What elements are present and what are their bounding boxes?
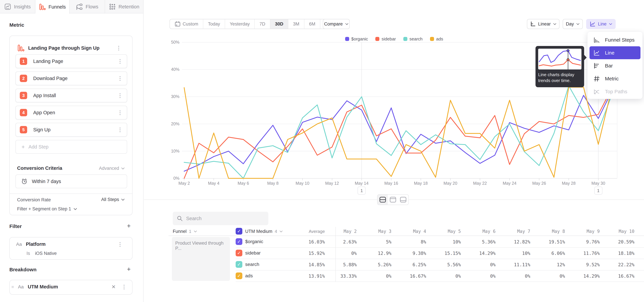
date-column-header[interactable]: May 8 bbox=[533, 229, 565, 234]
range-3m[interactable]: 3M bbox=[288, 19, 304, 29]
row-checkbox-organic[interactable]: ✓ bbox=[236, 238, 242, 245]
date-column-header[interactable]: May 3 bbox=[360, 229, 392, 234]
chevron-down-icon bbox=[345, 23, 348, 25]
search-icon bbox=[177, 216, 183, 222]
range-6m[interactable]: 6M bbox=[304, 19, 320, 29]
funnel-title-row[interactable]: Landing Page through Sign Up ⋮ bbox=[17, 44, 126, 52]
compare-button[interactable]: Compare bbox=[323, 19, 350, 29]
range-label: Custom bbox=[183, 22, 198, 27]
date-column-header[interactable]: May 6 bbox=[464, 229, 496, 234]
legend-item-ads[interactable]: ads bbox=[430, 36, 443, 42]
chevron-down-icon bbox=[280, 230, 283, 232]
legend-item-organic[interactable]: $organic bbox=[345, 36, 368, 42]
x-axis-label: May 14 bbox=[348, 181, 375, 186]
menu-item-top-paths[interactable]: Top Paths bbox=[588, 85, 642, 98]
funnel-step-row[interactable]: 5 Sign Up ⋮ bbox=[16, 123, 127, 136]
range-7d[interactable]: 7D bbox=[255, 19, 270, 29]
tab-funnels[interactable]: Funnels bbox=[36, 0, 70, 14]
date-column-header[interactable]: May 5 bbox=[429, 229, 461, 234]
chevron-down-icon bbox=[553, 23, 556, 25]
series-line-organic[interactable] bbox=[184, 88, 613, 171]
funnel-name-cell[interactable]: Product Viewed through P... bbox=[172, 237, 230, 281]
bottom-view-icon bbox=[400, 196, 407, 203]
date-column-header[interactable]: May 4 bbox=[394, 229, 426, 234]
filter-options-button[interactable]: ⋮ bbox=[118, 242, 123, 247]
remove-breakdown-icon[interactable]: ✕ bbox=[112, 284, 116, 290]
table-value: 10% bbox=[429, 239, 461, 244]
step-options-button[interactable]: ⋮ bbox=[118, 110, 123, 115]
menu-item-line[interactable]: Line bbox=[590, 46, 640, 59]
row-checkbox-ads[interactable]: ✓ bbox=[236, 272, 242, 279]
add-breakdown-button[interactable]: + bbox=[126, 266, 132, 272]
average-column-header[interactable]: Average bbox=[286, 229, 325, 234]
advanced-dropdown[interactable]: Advanced bbox=[99, 166, 125, 171]
range-label: Yesterday bbox=[230, 22, 250, 27]
menu-item-funnel-steps[interactable]: Funnel Steps bbox=[588, 34, 642, 46]
search-input[interactable] bbox=[186, 216, 260, 221]
conversion-window-row[interactable]: Within 7 days bbox=[16, 174, 127, 188]
row-divider bbox=[236, 247, 644, 248]
bar-chart-icon bbox=[593, 62, 600, 69]
annotation-badge[interactable]: 1 bbox=[594, 186, 602, 194]
table-value: 9.76% bbox=[568, 239, 600, 244]
funnel-step-row[interactable]: 1 Landing Page ⋮ bbox=[16, 54, 127, 68]
clock-icon bbox=[21, 178, 28, 185]
tab-insights[interactable]: Insights bbox=[0, 0, 36, 14]
funnels-icon bbox=[39, 3, 46, 10]
step-options-button[interactable]: ⋮ bbox=[118, 127, 123, 132]
select-all-checkbox[interactable]: ✓ bbox=[236, 228, 242, 234]
legend-item-search[interactable]: search bbox=[403, 36, 422, 42]
drag-handle-icon[interactable]: ≡ bbox=[12, 285, 14, 289]
advanced-label: Advanced bbox=[99, 166, 119, 171]
date-column-header[interactable]: May 10 bbox=[602, 229, 634, 234]
layout-table-only-button[interactable] bbox=[398, 194, 408, 205]
step-options-button[interactable]: ⋮ bbox=[118, 58, 123, 64]
chart-type-dropdown[interactable]: Line bbox=[586, 19, 616, 29]
funnel-step-row[interactable]: 2 Download Page ⋮ bbox=[16, 72, 127, 85]
add-step-button[interactable]: + Add Step bbox=[16, 140, 127, 154]
date-column-header[interactable]: May 2 bbox=[325, 229, 357, 234]
filter-condition-row[interactable]: Is iOS Native bbox=[26, 251, 57, 256]
annotation-badge[interactable]: 1 bbox=[358, 186, 366, 194]
tab-retention[interactable]: Retention bbox=[105, 0, 143, 14]
breakdown-options-button[interactable]: ⋮ bbox=[122, 284, 127, 290]
legend-item-sidebar[interactable]: sidebar bbox=[375, 36, 396, 42]
range-today[interactable]: Today bbox=[203, 19, 225, 29]
funnel-step-row[interactable]: 4 App Open ⋮ bbox=[16, 106, 127, 120]
layout-chart-only-button[interactable] bbox=[388, 194, 398, 205]
table-value: 8% bbox=[394, 239, 426, 244]
step-options-button[interactable]: ⋮ bbox=[118, 76, 123, 81]
table-value: 10% bbox=[498, 251, 530, 256]
line-chart-icon bbox=[593, 49, 600, 56]
date-column-header[interactable]: May 7 bbox=[498, 229, 530, 234]
row-checkbox-search[interactable]: ✓ bbox=[236, 261, 242, 268]
filter-segment-dropdown[interactable]: Filter + Segment on Step 1 bbox=[17, 206, 77, 212]
menu-item-metric[interactable]: Metric bbox=[588, 72, 642, 85]
text-property-icon: Aa bbox=[18, 284, 24, 290]
row-checkbox-sidebar[interactable]: ✓ bbox=[236, 250, 242, 256]
menu-item-bar[interactable]: Bar bbox=[588, 59, 642, 72]
range-custom[interactable]: Custom bbox=[170, 19, 203, 29]
breakdown-property-row[interactable]: ≡ Aa UTM Medium ✕ ⋮ bbox=[12, 284, 131, 290]
filter-property-row[interactable]: Aa Platform ⋮ bbox=[16, 242, 127, 247]
funnel-column-header[interactable]: Funnel 1 bbox=[173, 229, 197, 234]
legend-label: ads bbox=[436, 36, 443, 42]
funnel-step-row[interactable]: 3 App Install ⋮ bbox=[16, 88, 127, 102]
tab-flows[interactable]: Flows bbox=[70, 0, 105, 14]
scale-dropdown[interactable]: Linear bbox=[527, 19, 560, 29]
breakdown-column-header[interactable]: UTM Medium 4 bbox=[245, 229, 283, 234]
interval-label: Day bbox=[566, 22, 574, 27]
all-steps-dropdown[interactable]: All Steps bbox=[101, 197, 125, 202]
x-axis-label: May 22 bbox=[466, 181, 494, 186]
table-search[interactable] bbox=[173, 212, 268, 225]
row-divider bbox=[236, 270, 644, 270]
add-filter-button[interactable]: + bbox=[126, 222, 132, 229]
date-column-header[interactable]: May 9 bbox=[568, 229, 600, 234]
range-yesterday[interactable]: Yesterday bbox=[225, 19, 255, 29]
layout-split-button[interactable] bbox=[378, 194, 388, 205]
range-30d[interactable]: 30D bbox=[270, 19, 288, 29]
funnel-options-button[interactable]: ⋮ bbox=[116, 45, 122, 51]
interval-dropdown[interactable]: Day bbox=[563, 19, 583, 29]
step-options-button[interactable]: ⋮ bbox=[118, 93, 123, 98]
tab-label: Retention bbox=[118, 4, 139, 10]
